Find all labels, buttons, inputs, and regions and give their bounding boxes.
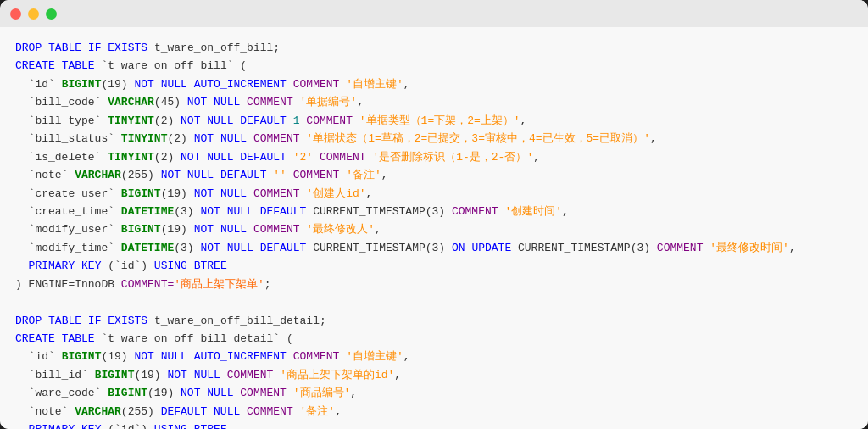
code-line-5: `bill_type` TINYINT(2) NOT NULL DEFAULT … xyxy=(15,112,853,130)
code-line-10: `create_time` DATETIME(3) NOT NULL DEFAU… xyxy=(15,203,853,220)
code-line-22: PRIMARY KEY (`id`) USING BTREE xyxy=(15,421,853,429)
code-line-12: `modify_time` DATETIME(3) NOT NULL DEFAU… xyxy=(15,239,853,257)
code-line-7: `is_delete` TINYINT(2) NOT NULL DEFAULT … xyxy=(15,148,853,166)
code-line-19: `bill_id` BIGINT(19) NOT NULL COMMENT '商… xyxy=(15,366,853,384)
code-line-20: `ware_code` BIGINT(19) NOT NULL COMMENT … xyxy=(15,384,853,402)
code-line-8: `note` VARCHAR(255) NOT NULL DEFAULT '' … xyxy=(15,166,853,184)
code-line-17: CREATE TABLE `t_ware_on_off_bill_detail`… xyxy=(15,330,853,348)
code-line-9: `create_user` BIGINT(19) NOT NULL COMMEN… xyxy=(15,185,853,203)
code-line-6: `bill_status` TINYINT(2) NOT NULL COMMEN… xyxy=(15,130,853,148)
code-line-14: ) ENGINE=InnoDB COMMENT='商品上架下架单'; xyxy=(15,276,853,293)
minimize-button[interactable] xyxy=(28,8,39,20)
blank-line xyxy=(15,293,853,311)
code-editor[interactable]: DROP TABLE IF EXISTS t_ware_on_off_bill;… xyxy=(0,27,868,429)
code-line-3: `id` BIGINT(19) NOT NULL AUTO_INCREMENT … xyxy=(15,75,853,93)
code-line-18: `id` BIGINT(19) NOT NULL AUTO_INCREMENT … xyxy=(15,348,853,365)
code-line-2: CREATE TABLE `t_ware_on_off_bill` ( xyxy=(15,57,853,75)
app-window: DROP TABLE IF EXISTS t_ware_on_off_bill;… xyxy=(0,0,868,429)
code-line-11: `modify_user` BIGINT(19) NOT NULL COMMEN… xyxy=(15,220,853,238)
maximize-button[interactable] xyxy=(46,8,57,20)
code-line-16: DROP TABLE IF EXISTS t_ware_on_off_bill_… xyxy=(15,312,853,330)
code-line-1: DROP TABLE IF EXISTS t_ware_on_off_bill; xyxy=(15,39,853,57)
code-line-21: `note` VARCHAR(255) DEFAULT NULL COMMENT… xyxy=(15,403,853,421)
code-line-4: `bill_code` VARCHAR(45) NOT NULL COMMENT… xyxy=(15,93,853,111)
code-line-13: PRIMARY KEY (`id`) USING BTREE xyxy=(15,257,853,275)
titlebar xyxy=(0,0,868,27)
close-button[interactable] xyxy=(10,8,21,20)
